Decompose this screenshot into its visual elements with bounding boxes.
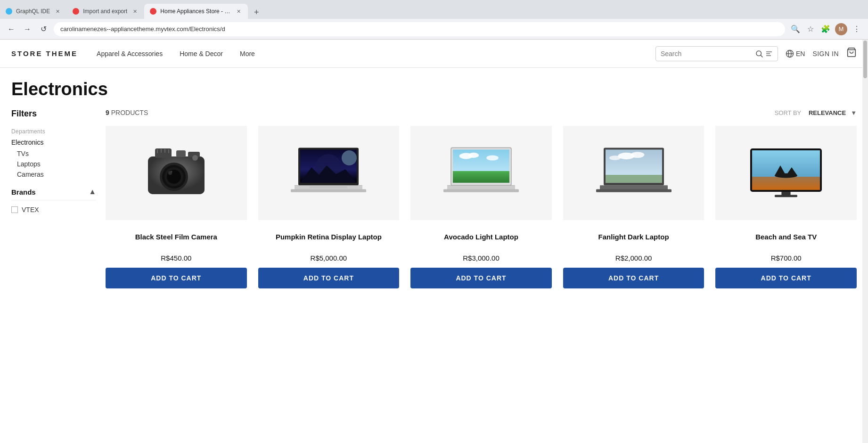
browser-actions: 🔍 ☆ 🧩 M ⋮ (790, 23, 862, 35)
extensions-button[interactable]: 🧩 (820, 24, 831, 35)
svg-rect-51 (596, 189, 671, 192)
product-image-laptop-avocado (410, 126, 552, 220)
product-card-laptop-fanlight[interactable]: Fanlight Dark Laptop R$2,000.00 ADD TO C… (563, 126, 704, 288)
product-price-camera: R$450.00 (161, 254, 191, 262)
product-image-camera (106, 126, 247, 220)
store-logo: STORE THEME (11, 49, 78, 57)
tab-title-2: Import and export (83, 8, 127, 15)
svg-rect-55 (752, 177, 820, 190)
language-label: EN (796, 50, 805, 57)
bookmark-button[interactable]: ☆ (805, 24, 816, 35)
tab-graphql[interactable]: GraphQL IDE ✕ (0, 4, 67, 19)
tab-close-1[interactable]: ✕ (54, 8, 61, 15)
tab-bar: GraphQL IDE ✕ Import and export ✕ Home A… (0, 0, 868, 19)
tab-close-3[interactable]: ✕ (235, 8, 242, 15)
menu-button[interactable]: ⋮ (851, 24, 862, 35)
products-area: 9 PRODUCTS SORT BY RELEVANCE ▼ (106, 109, 857, 288)
product-name-laptop-avocado: Avocado Light Laptop (444, 227, 518, 246)
tab-title-3: Home Appliances Store - Electro... (160, 8, 231, 15)
scrollbar[interactable] (862, 40, 868, 288)
reload-button[interactable]: ↺ (38, 24, 49, 35)
profile-avatar[interactable]: M (835, 23, 847, 35)
svg-rect-39 (453, 171, 509, 183)
content-area: Filters Departments Electronics TVs Lapt… (11, 109, 857, 288)
sort-value: RELEVANCE (809, 109, 846, 116)
forward-button[interactable]: → (22, 24, 33, 35)
tab-close-2[interactable]: ✕ (131, 8, 139, 15)
address-bar-row: ← → ↺ 🔍 ☆ 🧩 M ⋮ (0, 19, 868, 40)
svg-line-1 (761, 55, 762, 57)
scrollbar-thumb[interactable] (863, 41, 867, 78)
svg-point-38 (486, 155, 499, 160)
svg-rect-18 (176, 150, 186, 157)
nav-apparel[interactable]: Apparel & Accessories (97, 50, 163, 57)
filter-electronics[interactable]: Electronics (11, 139, 96, 146)
brand-vtex-row: VTEX (11, 206, 96, 213)
svg-rect-33 (310, 186, 347, 189)
nav-right: EN SIGN IN (655, 46, 857, 61)
sign-in-button[interactable]: SIGN IN (812, 50, 839, 57)
brand-vtex-checkbox[interactable] (11, 206, 18, 213)
product-name-laptop-pumpkin: Pumpkin Retina Display Laptop (276, 227, 382, 246)
add-to-cart-laptop-pumpkin[interactable]: ADD TO CART (258, 268, 400, 288)
address-input[interactable] (54, 22, 785, 36)
product-price-laptop-avocado: R$3,000.00 (463, 254, 500, 262)
sort-chevron-icon: ▼ (851, 109, 857, 116)
add-to-cart-camera[interactable]: ADD TO CART (106, 268, 247, 288)
add-to-cart-tv[interactable]: ADD TO CART (715, 268, 857, 288)
product-image-laptop-fanlight (563, 126, 704, 220)
tab-favicon-3 (150, 8, 156, 15)
products-grid: Black Steel Film Camera R$450.00 ADD TO … (106, 126, 857, 288)
zoom-button[interactable]: 🔍 (790, 24, 801, 35)
tab-title-1: GraphQL IDE (16, 8, 50, 15)
filter-cameras[interactable]: Cameras (11, 171, 96, 178)
product-card-laptop-light[interactable]: Avocado Light Laptop R$3,000.00 ADD TO C… (410, 126, 552, 288)
svg-point-0 (756, 51, 762, 56)
product-card-laptop-dark[interactable]: Pumpkin Retina Display Laptop R$5,000.00… (258, 126, 400, 288)
language-button[interactable]: EN (786, 49, 805, 58)
browser-chrome: GraphQL IDE ✕ Import and export ✕ Home A… (0, 0, 868, 40)
add-to-cart-laptop-avocado[interactable]: ADD TO CART (410, 268, 552, 288)
svg-point-47 (631, 152, 644, 158)
svg-point-37 (468, 153, 479, 158)
product-price-tv: R$700.00 (771, 254, 802, 262)
sidebar: Filters Departments Electronics TVs Lapt… (11, 109, 106, 288)
product-price-laptop-pumpkin: R$5,000.00 (311, 254, 347, 262)
product-card-camera[interactable]: Black Steel Film Camera R$450.00 ADD TO … (106, 126, 247, 288)
add-to-cart-laptop-fanlight[interactable]: ADD TO CART (563, 268, 704, 288)
sort-by[interactable]: SORT BY RELEVANCE ▼ (775, 109, 857, 116)
product-price-laptop-fanlight: R$2,000.00 (615, 254, 652, 262)
product-card-tv[interactable]: Beach and Sea TV R$700.00 ADD TO CART (715, 126, 857, 288)
nav-home-decor[interactable]: Home & Decor (180, 50, 223, 57)
departments-label: Departments (11, 128, 96, 135)
back-button[interactable]: ← (6, 24, 17, 35)
tab-store[interactable]: Home Appliances Store - Electro... ✕ (144, 4, 248, 19)
filter-laptops[interactable]: Laptops (11, 160, 96, 168)
brands-section-header: Brands ▲ (11, 188, 96, 200)
search-box[interactable] (655, 46, 778, 61)
search-icon[interactable] (755, 49, 773, 58)
cart-icon[interactable] (846, 47, 857, 60)
products-count: 9 PRODUCTS (106, 109, 148, 116)
page-content: Electronics Filters Departments Electron… (0, 68, 868, 288)
search-input[interactable] (661, 50, 751, 57)
nav-more[interactable]: More (240, 50, 255, 57)
filter-tvs[interactable]: TVs (11, 150, 96, 157)
svg-point-16 (171, 171, 172, 172)
svg-rect-49 (606, 175, 662, 183)
product-image-laptop-pumpkin (258, 126, 400, 220)
svg-rect-42 (443, 189, 519, 192)
page-title: Electronics (11, 79, 857, 99)
brand-vtex-label: VTEX (22, 206, 39, 213)
brands-toggle-icon[interactable]: ▲ (89, 188, 96, 196)
tab-favicon-2 (73, 8, 79, 15)
sort-label: SORT BY (775, 109, 802, 116)
brands-label: Brands (11, 188, 36, 196)
new-tab-button[interactable]: + (250, 6, 263, 19)
svg-point-27 (342, 150, 357, 165)
tab-import[interactable]: Import and export ✕ (67, 4, 144, 19)
product-name-laptop-fanlight: Fanlight Dark Laptop (598, 227, 669, 246)
products-header: 9 PRODUCTS SORT BY RELEVANCE ▼ (106, 109, 857, 116)
tab-favicon-1 (6, 8, 12, 15)
svg-rect-31 (291, 189, 366, 192)
